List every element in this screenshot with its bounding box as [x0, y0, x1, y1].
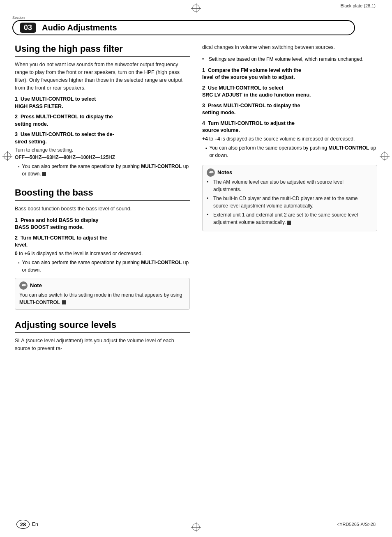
note-bass-bold: MULTI-CONTROL	[19, 300, 60, 305]
crosshair-top	[191, 3, 201, 13]
source-levels-bullet1-text: Settings are based on the FM volume leve…	[209, 55, 364, 63]
step-1-sla: 1 Compare the FM volume level with thele…	[202, 67, 377, 81]
article2-intro: Bass boost function boosts the bass leve…	[15, 205, 190, 213]
step-3-hpf: 3 Use MULTI-CONTROL to select the de-sir…	[15, 131, 190, 177]
step2-bass-body: 0 to +6 is displayed as the level is inc…	[15, 250, 190, 257]
step2-bass-num: 2	[15, 235, 21, 241]
crosshair-left	[2, 151, 12, 161]
step4-sla-bullet-text: You can also perform the same operations…	[210, 144, 377, 159]
step1-hpf-text: Use MULTI-CONTROL to selectHIGH PASS FIL…	[15, 96, 96, 109]
step4-sla-body: +4 to –4 is displayed as the source volu…	[202, 135, 377, 143]
page-number-area: 28 En	[16, 520, 38, 529]
notes-bullet-1: •	[207, 178, 211, 193]
notes-item-1-text: The AM volume level can also be adjusted…	[213, 178, 373, 193]
step1-hpf-bold: HIGH PASS FILTER.	[15, 104, 63, 109]
step3-hpf-heading: 3 Use MULTI-CONTROL to select the de-sir…	[15, 131, 190, 145]
step1-bass-num: 1	[15, 217, 21, 223]
notes-sla-body: • The AM volume level can also be adjust…	[207, 178, 373, 226]
page-number: 28	[16, 520, 30, 529]
step3-sla-num: 3	[202, 103, 208, 108]
note-bass: ✏ Note You can also switch to this setti…	[15, 278, 190, 310]
step-2-bass: 2 Turn MULTI-CONTROL to adjust thelevel.…	[15, 235, 190, 274]
article3-intro: SLA (source level adjustment) lets you a…	[15, 337, 190, 353]
step3-hpf-bullet-text: You can also perform the same operations…	[22, 163, 190, 177]
page-footer: 28 En <YRD5265-A/S>28	[0, 520, 392, 529]
article-source-levels-cont: dical changes in volume when switching b…	[202, 44, 377, 231]
article1-title: Using the high pass filter	[15, 44, 190, 57]
notes-label: Notes	[217, 169, 232, 175]
article1-intro: When you do not want low sounds from the…	[15, 61, 190, 92]
step2-bass-bullet-text: You can also perform the same operations…	[22, 259, 190, 274]
step2-sla-num: 2	[202, 85, 208, 91]
step3-hpf-text: Use MULTI-CONTROL to select the de-sired…	[15, 131, 114, 145]
notes-item-3: • External unit 1 and external unit 2 ar…	[207, 211, 373, 226]
step1-hpf-heading: 1 Use MULTI-CONTROL to selectHIGH PASS F…	[15, 96, 190, 110]
step2-bass-bullet: You can also perform the same operations…	[18, 259, 190, 274]
step1-bass-heading: 1 Press and hold BASS to displayBASS BOO…	[15, 217, 190, 231]
note-bass-body: You can also switch to this setting mode…	[19, 291, 185, 306]
notes-bullet-3: •	[207, 211, 211, 226]
notes-sla: ✏ Notes • The AM volume level can also b…	[202, 165, 377, 231]
section-title: Audio Adjustments	[42, 23, 117, 32]
step3-hpf-body: Turn to change the setting. OFF—50HZ—63H…	[15, 146, 190, 161]
note-bass-header: ✏ Note	[19, 281, 185, 290]
step4-sla-text: Turn MULTI-CONTROL to adjust thesource v…	[202, 120, 295, 134]
step2-sla-text: Use MULTI-CONTROL to selectSRC LV ADJUST…	[202, 85, 311, 98]
notes-icon: ✏	[207, 168, 215, 177]
step-1-bass: 1 Press and hold BASS to displayBASS BOO…	[15, 217, 190, 231]
section-header: 03 Audio Adjustments	[12, 20, 355, 35]
notes-bullet-2: •	[207, 195, 211, 210]
main-content: Using the high pass filter When you do n…	[0, 35, 392, 370]
plate-label: Black plate (28,1)	[340, 3, 376, 8]
step2-sla-heading: 2 Use MULTI-CONTROL to selectSRC LV ADJU…	[202, 85, 377, 99]
step2-bass-heading: 2 Turn MULTI-CONTROL to adjust thelevel.	[15, 235, 190, 249]
note-label: Note	[30, 282, 42, 288]
step4-sla-bullet: You can also perform the same operations…	[205, 144, 377, 159]
step3-hpf-bullet: You can also perform the same operations…	[18, 163, 190, 177]
step4-sla-num: 4	[202, 120, 208, 126]
article3-cont-text: dical changes in volume when switching b…	[202, 44, 335, 50]
left-column: Using the high pass filter When you do n…	[15, 44, 190, 362]
step2-hpf-bold: setting mode.	[15, 121, 48, 127]
notes-item-3-text: External unit 1 and external unit 2 are …	[213, 211, 373, 226]
step-2-sla: 2 Use MULTI-CONTROL to selectSRC LV ADJU…	[202, 85, 377, 99]
step-2-hpf: 2 Press MULTI-CONTROL to display thesett…	[15, 113, 190, 128]
bullet-dot: •	[202, 55, 206, 63]
step3-sla-text: Press MULTI-CONTROL to display thesettin…	[202, 103, 300, 116]
source-levels-bullet1: • Settings are based on the FM volume le…	[202, 55, 377, 63]
right-column: dical changes in volume when switching b…	[202, 44, 377, 362]
notes-sla-header: ✏ Notes	[207, 168, 373, 177]
step2-hpf-text: Press MULTI-CONTROL to display thesettin…	[15, 114, 113, 127]
notes-item-1: • The AM volume level can also be adjust…	[207, 178, 373, 193]
section-number: 03	[20, 23, 36, 33]
crosshair-right	[380, 151, 390, 161]
step1-bass-text: Press and hold BASS to displayBASS BOOST…	[15, 217, 99, 230]
step4-sla-heading: 4 Turn MULTI-CONTROL to adjust thesource…	[202, 120, 377, 134]
article2-title: Boosting the bass	[15, 187, 190, 201]
article-high-pass-filter: Using the high pass filter When you do n…	[15, 44, 190, 177]
step1-sla-text: Compare the FM volume level with theleve…	[202, 67, 301, 81]
article3-intro-text: SLA (source level adjustment) lets you a…	[15, 338, 174, 351]
step2-num: 2	[15, 114, 21, 120]
article-source-levels: Adjusting source levels SLA (source leve…	[15, 320, 190, 353]
section-label: Section	[12, 16, 380, 20]
step1-sla-num: 1	[202, 67, 208, 73]
step-4-sla: 4 Turn MULTI-CONTROL to adjust thesource…	[202, 120, 377, 159]
note-icon: ✏	[19, 281, 28, 290]
step3-num: 3	[15, 131, 21, 137]
step1-num: 1	[15, 96, 21, 102]
article3-cont-intro: dical changes in volume when switching b…	[202, 44, 377, 51]
step2-hpf-heading: 2 Press MULTI-CONTROL to display thesett…	[15, 113, 190, 128]
notes-item-2: • The built-in CD player and the multi-C…	[207, 195, 373, 210]
hpf-sequence: OFF—50HZ—63HZ—80HZ—100HZ—125HZ	[15, 154, 115, 160]
article3-title: Adjusting source levels	[15, 320, 190, 333]
article-bass-boost: Boosting the bass Bass boost function bo…	[15, 187, 190, 309]
page-lang: En	[32, 521, 38, 527]
step-3-sla: 3 Press MULTI-CONTROL to display thesett…	[202, 102, 377, 117]
step3-sla-heading: 3 Press MULTI-CONTROL to display thesett…	[202, 102, 377, 117]
notes-item-2-text: The built-in CD player and the multi-CD …	[213, 195, 373, 210]
page-code: <YRD5265-A/S>28	[337, 522, 376, 527]
step2-bass-text: Turn MULTI-CONTROL to adjust thelevel.	[15, 235, 107, 248]
step-1-hpf: 1 Use MULTI-CONTROL to selectHIGH PASS F…	[15, 96, 190, 110]
step1-sla-heading: 1 Compare the FM volume level with thele…	[202, 67, 377, 81]
